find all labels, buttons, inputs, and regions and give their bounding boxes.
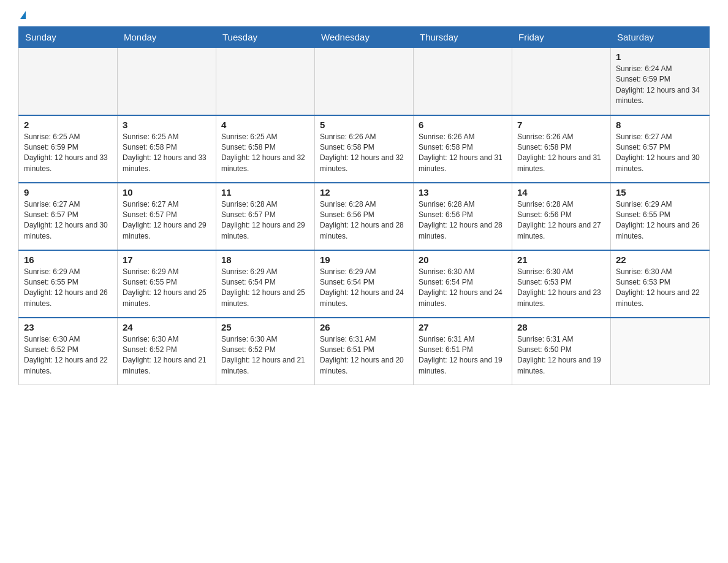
calendar-cell (512, 48, 611, 115)
day-info: Sunrise: 6:30 AMSunset: 6:53 PMDaylight:… (616, 267, 704, 310)
calendar-cell: 5Sunrise: 6:26 AMSunset: 6:58 PMDaylight… (315, 115, 414, 183)
day-info: Sunrise: 6:30 AMSunset: 6:52 PMDaylight:… (24, 334, 112, 377)
day-info: Sunrise: 6:28 AMSunset: 6:56 PMDaylight:… (517, 199, 605, 242)
calendar-cell (19, 48, 118, 115)
day-number: 21 (517, 255, 605, 265)
calendar-week-row: 16Sunrise: 6:29 AMSunset: 6:55 PMDayligh… (19, 250, 710, 318)
calendar-cell: 22Sunrise: 6:30 AMSunset: 6:53 PMDayligh… (611, 250, 710, 318)
calendar-cell: 2Sunrise: 6:25 AMSunset: 6:59 PMDaylight… (19, 115, 118, 183)
day-info: Sunrise: 6:28 AMSunset: 6:57 PMDaylight:… (221, 199, 309, 242)
day-number: 25 (221, 322, 309, 332)
day-number: 4 (221, 120, 309, 130)
calendar-cell: 28Sunrise: 6:31 AMSunset: 6:50 PMDayligh… (512, 318, 611, 385)
day-info: Sunrise: 6:25 AMSunset: 6:58 PMDaylight:… (123, 132, 211, 175)
calendar-cell: 8Sunrise: 6:27 AMSunset: 6:57 PMDaylight… (611, 115, 710, 183)
page-header (18, 12, 710, 20)
day-info: Sunrise: 6:29 AMSunset: 6:55 PMDaylight:… (123, 267, 211, 310)
logo (18, 12, 26, 20)
day-header-friday: Friday (512, 27, 611, 48)
calendar-cell: 6Sunrise: 6:26 AMSunset: 6:58 PMDaylight… (414, 115, 512, 183)
calendar-cell: 9Sunrise: 6:27 AMSunset: 6:57 PMDaylight… (19, 183, 118, 250)
day-info: Sunrise: 6:25 AMSunset: 6:59 PMDaylight:… (24, 132, 112, 175)
day-number: 10 (123, 187, 211, 197)
day-number: 11 (221, 187, 309, 197)
calendar-cell: 26Sunrise: 6:31 AMSunset: 6:51 PMDayligh… (315, 318, 414, 385)
calendar-cell: 11Sunrise: 6:28 AMSunset: 6:57 PMDayligh… (216, 183, 315, 250)
day-info: Sunrise: 6:29 AMSunset: 6:55 PMDaylight:… (616, 199, 704, 242)
calendar-cell (216, 48, 315, 115)
day-number: 19 (320, 255, 408, 265)
day-number: 26 (320, 322, 408, 332)
day-number: 22 (616, 255, 704, 265)
day-number: 20 (419, 255, 507, 265)
calendar-cell (414, 48, 512, 115)
day-number: 1 (616, 52, 704, 62)
day-info: Sunrise: 6:27 AMSunset: 6:57 PMDaylight:… (24, 199, 112, 242)
calendar-cell: 18Sunrise: 6:29 AMSunset: 6:54 PMDayligh… (216, 250, 315, 318)
calendar-week-row: 9Sunrise: 6:27 AMSunset: 6:57 PMDaylight… (19, 183, 710, 250)
day-info: Sunrise: 6:27 AMSunset: 6:57 PMDaylight:… (616, 132, 704, 175)
calendar-header-row: SundayMondayTuesdayWednesdayThursdayFrid… (19, 27, 710, 48)
day-info: Sunrise: 6:31 AMSunset: 6:50 PMDaylight:… (517, 334, 605, 377)
day-number: 6 (419, 120, 507, 130)
day-number: 13 (419, 187, 507, 197)
calendar-cell: 1Sunrise: 6:24 AMSunset: 6:59 PMDaylight… (611, 48, 710, 115)
day-info: Sunrise: 6:28 AMSunset: 6:56 PMDaylight:… (320, 199, 408, 242)
calendar-week-row: 1Sunrise: 6:24 AMSunset: 6:59 PMDaylight… (19, 48, 710, 115)
day-number: 16 (24, 255, 112, 265)
day-number: 27 (419, 322, 507, 332)
calendar-cell: 10Sunrise: 6:27 AMSunset: 6:57 PMDayligh… (118, 183, 216, 250)
day-header-sunday: Sunday (19, 27, 118, 48)
day-info: Sunrise: 6:29 AMSunset: 6:54 PMDaylight:… (221, 267, 309, 310)
day-number: 14 (517, 187, 605, 197)
calendar-week-row: 23Sunrise: 6:30 AMSunset: 6:52 PMDayligh… (19, 318, 710, 385)
day-info: Sunrise: 6:30 AMSunset: 6:53 PMDaylight:… (517, 267, 605, 310)
calendar-cell: 25Sunrise: 6:30 AMSunset: 6:52 PMDayligh… (216, 318, 315, 385)
calendar-cell (118, 48, 216, 115)
day-header-tuesday: Tuesday (216, 27, 315, 48)
day-info: Sunrise: 6:26 AMSunset: 6:58 PMDaylight:… (419, 132, 507, 175)
logo-arrow-icon (20, 11, 26, 19)
calendar-cell: 14Sunrise: 6:28 AMSunset: 6:56 PMDayligh… (512, 183, 611, 250)
day-number: 23 (24, 322, 112, 332)
calendar-cell: 23Sunrise: 6:30 AMSunset: 6:52 PMDayligh… (19, 318, 118, 385)
day-info: Sunrise: 6:30 AMSunset: 6:52 PMDaylight:… (123, 334, 211, 377)
day-header-wednesday: Wednesday (315, 27, 414, 48)
day-number: 9 (24, 187, 112, 197)
day-info: Sunrise: 6:24 AMSunset: 6:59 PMDaylight:… (616, 64, 704, 107)
calendar-cell: 16Sunrise: 6:29 AMSunset: 6:55 PMDayligh… (19, 250, 118, 318)
day-info: Sunrise: 6:30 AMSunset: 6:52 PMDaylight:… (221, 334, 309, 377)
day-info: Sunrise: 6:28 AMSunset: 6:56 PMDaylight:… (419, 199, 507, 242)
day-number: 24 (123, 322, 211, 332)
calendar-cell (611, 318, 710, 385)
day-header-saturday: Saturday (611, 27, 710, 48)
calendar-cell: 7Sunrise: 6:26 AMSunset: 6:58 PMDaylight… (512, 115, 611, 183)
calendar-cell: 19Sunrise: 6:29 AMSunset: 6:54 PMDayligh… (315, 250, 414, 318)
day-number: 17 (123, 255, 211, 265)
calendar-cell: 24Sunrise: 6:30 AMSunset: 6:52 PMDayligh… (118, 318, 216, 385)
day-info: Sunrise: 6:25 AMSunset: 6:58 PMDaylight:… (221, 132, 309, 175)
day-info: Sunrise: 6:26 AMSunset: 6:58 PMDaylight:… (320, 132, 408, 175)
calendar-cell: 3Sunrise: 6:25 AMSunset: 6:58 PMDaylight… (118, 115, 216, 183)
calendar-cell: 4Sunrise: 6:25 AMSunset: 6:58 PMDaylight… (216, 115, 315, 183)
day-info: Sunrise: 6:26 AMSunset: 6:58 PMDaylight:… (517, 132, 605, 175)
day-info: Sunrise: 6:30 AMSunset: 6:54 PMDaylight:… (419, 267, 507, 310)
day-header-monday: Monday (118, 27, 216, 48)
day-number: 8 (616, 120, 704, 130)
day-info: Sunrise: 6:27 AMSunset: 6:57 PMDaylight:… (123, 199, 211, 242)
day-number: 18 (221, 255, 309, 265)
day-info: Sunrise: 6:31 AMSunset: 6:51 PMDaylight:… (320, 334, 408, 377)
day-number: 15 (616, 187, 704, 197)
day-header-thursday: Thursday (414, 27, 512, 48)
calendar-table: SundayMondayTuesdayWednesdayThursdayFrid… (18, 26, 710, 385)
day-info: Sunrise: 6:29 AMSunset: 6:55 PMDaylight:… (24, 267, 112, 310)
day-number: 5 (320, 120, 408, 130)
calendar-cell (315, 48, 414, 115)
calendar-cell: 20Sunrise: 6:30 AMSunset: 6:54 PMDayligh… (414, 250, 512, 318)
day-number: 7 (517, 120, 605, 130)
calendar-week-row: 2Sunrise: 6:25 AMSunset: 6:59 PMDaylight… (19, 115, 710, 183)
calendar-cell: 17Sunrise: 6:29 AMSunset: 6:55 PMDayligh… (118, 250, 216, 318)
calendar-cell: 12Sunrise: 6:28 AMSunset: 6:56 PMDayligh… (315, 183, 414, 250)
calendar-cell: 13Sunrise: 6:28 AMSunset: 6:56 PMDayligh… (414, 183, 512, 250)
day-number: 2 (24, 120, 112, 130)
